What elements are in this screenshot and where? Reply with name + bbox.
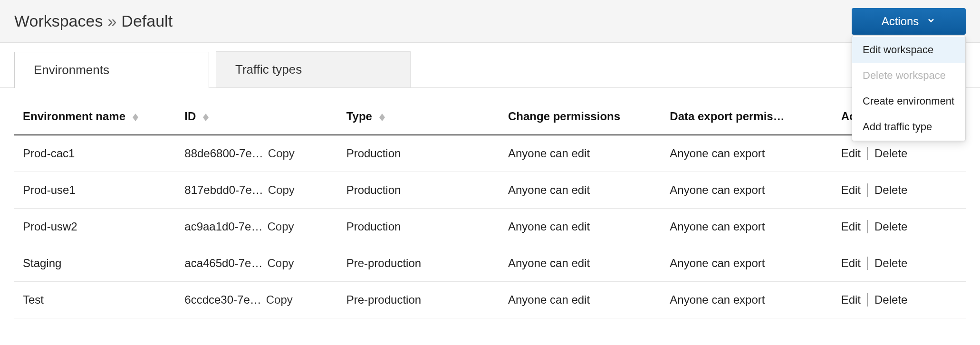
env-export-cell: Anyone can export: [661, 172, 832, 209]
env-type-cell: Production: [338, 135, 500, 172]
delete-button[interactable]: Delete: [874, 147, 907, 160]
env-id-text: 6ccdce30-7e…: [184, 293, 261, 307]
edit-button[interactable]: Edit: [841, 220, 861, 233]
env-export-cell: Anyone can export: [661, 245, 832, 282]
table-row: Prod-usw2ac9aa1d0-7e…CopyProductionAnyon…: [14, 209, 966, 245]
environments-table-wrap: Environment name ID Type: [0, 100, 980, 318]
env-export-cell: Anyone can export: [661, 209, 832, 245]
env-id-text: aca465d0-7e…: [184, 257, 262, 270]
env-type-cell: Production: [338, 172, 500, 209]
col-header-export: Data export permis…: [661, 100, 832, 135]
col-header-name[interactable]: Environment name: [14, 100, 176, 135]
svg-marker-4: [379, 114, 385, 117]
copy-button[interactable]: Copy: [267, 220, 294, 233]
dropdown-item[interactable]: Edit workspace: [852, 37, 965, 63]
env-id-text: ac9aa1d0-7e…: [184, 220, 262, 233]
table-row: Stagingaca465d0-7e…CopyPre-productionAny…: [14, 245, 966, 282]
actions-button-label: Actions: [882, 15, 919, 28]
svg-marker-3: [203, 117, 209, 121]
sort-icon: [203, 114, 209, 121]
actions-dropdown-wrap: Actions Edit workspaceDelete workspaceCr…: [852, 8, 966, 35]
environments-table: Environment name ID Type: [14, 100, 966, 318]
env-export-cell: Anyone can export: [661, 282, 832, 318]
actions-button[interactable]: Actions: [852, 8, 966, 35]
delete-button[interactable]: Delete: [874, 220, 907, 233]
env-id-cell: aca465d0-7e…Copy: [176, 245, 337, 282]
env-actions-cell: EditDelete: [833, 209, 966, 245]
col-header-change: Change permissions: [500, 100, 661, 135]
tab[interactable]: Environments: [14, 52, 209, 88]
col-header-type[interactable]: Type: [338, 100, 500, 135]
action-divider: [867, 220, 868, 233]
copy-button[interactable]: Copy: [266, 293, 293, 307]
env-name-cell: Prod-usw2: [14, 209, 176, 245]
edit-button[interactable]: Edit: [841, 147, 861, 160]
delete-button[interactable]: Delete: [874, 257, 907, 270]
table-row: Test6ccdce30-7e…CopyPre-productionAnyone…: [14, 282, 966, 318]
env-change-cell: Anyone can edit: [500, 245, 661, 282]
env-id-cell: 6ccdce30-7e…Copy: [176, 282, 337, 318]
dropdown-item[interactable]: Add traffic type: [852, 114, 965, 140]
env-change-cell: Anyone can edit: [500, 209, 661, 245]
env-type-cell: Pre-production: [338, 245, 500, 282]
env-type-cell: Production: [338, 209, 500, 245]
svg-marker-5: [379, 117, 385, 121]
sort-icon: [133, 114, 138, 121]
env-name-cell: Prod-cac1: [14, 135, 176, 172]
edit-button[interactable]: Edit: [841, 257, 861, 270]
actions-dropdown-menu: Edit workspaceDelete workspaceCreate env…: [852, 36, 966, 141]
table-row: Prod-cac188de6800-7e…CopyProductionAnyon…: [14, 135, 966, 172]
action-divider: [867, 183, 868, 197]
env-actions-cell: EditDelete: [833, 282, 966, 318]
env-actions-cell: EditDelete: [833, 245, 966, 282]
col-header-change-label: Change permissions: [508, 110, 620, 123]
edit-button[interactable]: Edit: [841, 293, 861, 307]
sort-icon: [379, 114, 385, 121]
copy-button[interactable]: Copy: [268, 183, 295, 197]
env-name-cell: Prod-use1: [14, 172, 176, 209]
col-header-type-label: Type: [346, 110, 372, 123]
delete-button[interactable]: Delete: [874, 183, 907, 197]
env-change-cell: Anyone can edit: [500, 282, 661, 318]
edit-button[interactable]: Edit: [841, 183, 861, 197]
tabs: EnvironmentsTraffic types: [0, 43, 980, 88]
col-header-id-label: ID: [184, 110, 196, 123]
env-name-cell: Test: [14, 282, 176, 318]
env-export-cell: Anyone can export: [661, 135, 832, 172]
action-divider: [867, 257, 868, 270]
env-change-cell: Anyone can edit: [500, 135, 661, 172]
copy-button[interactable]: Copy: [267, 257, 294, 270]
svg-marker-0: [133, 114, 138, 117]
env-id-cell: 817ebdd0-7e…Copy: [176, 172, 337, 209]
action-divider: [867, 147, 868, 160]
col-header-export-label: Data export permis…: [670, 110, 784, 123]
env-id-cell: ac9aa1d0-7e…Copy: [176, 209, 337, 245]
breadcrumb-root[interactable]: Workspaces: [14, 12, 103, 30]
table-row: Prod-use1817ebdd0-7e…CopyProductionAnyon…: [14, 172, 966, 209]
action-divider: [867, 293, 868, 307]
svg-marker-2: [203, 114, 209, 117]
tab[interactable]: Traffic types: [216, 51, 411, 87]
col-header-name-label: Environment name: [23, 110, 125, 123]
chevron-down-icon: [926, 15, 936, 28]
header-bar: Workspaces » Default Actions Edit worksp…: [0, 0, 980, 43]
dropdown-item: Delete workspace: [852, 63, 965, 88]
env-name-cell: Staging: [14, 245, 176, 282]
svg-marker-1: [133, 117, 138, 121]
breadcrumb-separator: »: [107, 12, 116, 30]
env-actions-cell: EditDelete: [833, 172, 966, 209]
env-type-cell: Pre-production: [338, 282, 500, 318]
env-change-cell: Anyone can edit: [500, 172, 661, 209]
env-id-text: 88de6800-7e…: [184, 147, 263, 160]
col-header-id[interactable]: ID: [176, 100, 337, 135]
dropdown-item[interactable]: Create environment: [852, 88, 965, 114]
copy-button[interactable]: Copy: [268, 147, 295, 160]
breadcrumb-current: Default: [121, 12, 173, 30]
delete-button[interactable]: Delete: [874, 293, 907, 307]
breadcrumb: Workspaces » Default: [14, 12, 173, 30]
env-id-cell: 88de6800-7e…Copy: [176, 135, 337, 172]
env-id-text: 817ebdd0-7e…: [184, 183, 263, 197]
